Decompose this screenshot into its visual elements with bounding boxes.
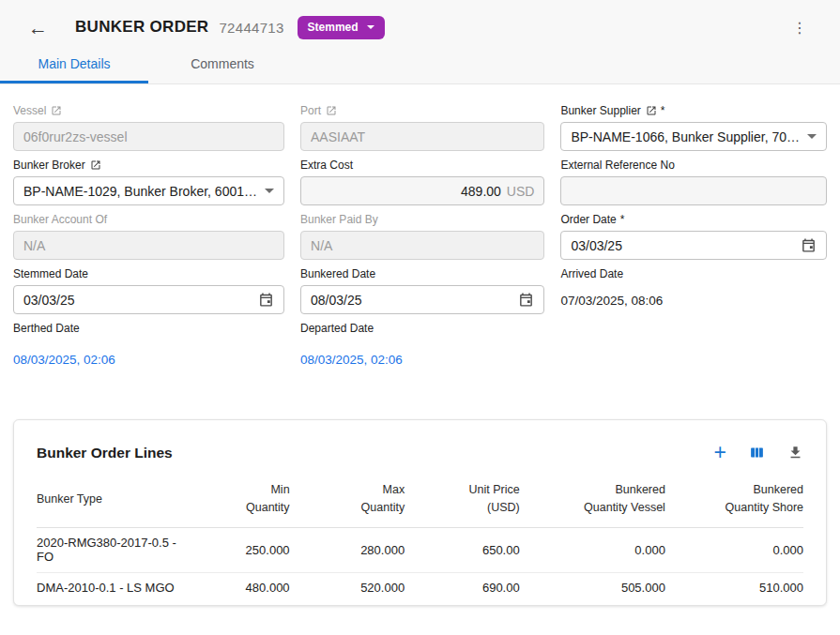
external-reference-input-value[interactable] — [571, 184, 817, 199]
extra-cost-label: Extra Cost — [300, 159, 353, 172]
tab-bar: Main Details Comments — [0, 46, 840, 83]
bunker-paid-by-label: Bunker Paid By — [300, 213, 378, 226]
bunker-broker-field: Bunker Broker BP-NAME-1029, Bunker Broke… — [13, 159, 284, 205]
extra-cost-input: USD — [300, 176, 544, 205]
chevron-down-icon — [367, 25, 374, 29]
external-link-icon[interactable] — [326, 105, 337, 116]
vessel-field: Vessel — [13, 104, 284, 151]
external-reference-input — [560, 176, 827, 205]
stemmed-date-label: Stemmed Date — [13, 267, 88, 280]
arrived-date-field: Arrived Date 07/03/2025, 08:06 — [560, 267, 827, 314]
stemmed-date-input — [13, 285, 284, 314]
extra-cost-field: Extra Cost USD — [300, 159, 544, 205]
dropdown-caret-icon — [807, 134, 817, 139]
departed-date-field: Departed Date 08/03/2025, 02:06 — [300, 322, 544, 369]
vessel-input — [13, 122, 284, 151]
extra-cost-input-value[interactable] — [311, 184, 501, 199]
port-input-value — [311, 129, 534, 144]
berthed-date-label: Berthed Date — [13, 322, 80, 335]
departed-date-label: Departed Date — [300, 322, 374, 335]
order-lines-table: Bunker Type MinQuantity MaxQuantity Unit… — [37, 475, 803, 603]
cell-min-quantity: 480.000 — [190, 573, 289, 604]
bunker-account-of-input — [13, 231, 284, 260]
bunker-paid-by-field: Bunker Paid By — [300, 213, 544, 260]
port-field: Port — [300, 104, 544, 151]
bunker-supplier-value: BP-NAME-1066, Bunker Supplier, 70… — [571, 129, 800, 144]
external-reference-field: External Reference No — [560, 159, 827, 205]
cell-bunkered-qty-shore: 510.000 — [665, 573, 803, 604]
bunker-supplier-label: Bunker Supplier — [560, 104, 640, 117]
bunkered-date-input-value[interactable] — [311, 293, 518, 308]
departed-date-link[interactable]: 08/03/2025, 02:06 — [300, 340, 544, 367]
cell-bunkered-qty-vessel: 505.000 — [520, 573, 665, 604]
bunkered-date-label: Bunkered Date — [300, 267, 375, 280]
arrived-date-value: 07/03/2025, 08:06 — [560, 285, 827, 308]
arrived-date-label: Arrived Date — [560, 267, 623, 280]
table-row[interactable]: DMA-2010-0.1 - LS MGO 480.000 520.000 69… — [37, 573, 803, 604]
col-min-quantity: MinQuantity — [190, 475, 289, 528]
back-arrow-icon[interactable]: ← — [28, 18, 53, 38]
card-title: Bunker Order Lines — [37, 445, 173, 461]
calendar-icon[interactable] — [801, 237, 817, 253]
currency-suffix: USD — [507, 184, 535, 199]
bunker-account-of-field: Bunker Account Of — [13, 213, 284, 260]
col-bunker-type: Bunker Type — [37, 475, 190, 528]
view-columns-icon[interactable] — [749, 445, 765, 461]
download-icon[interactable] — [787, 445, 803, 461]
cell-bunker-type: DMA-2010-0.1 - LS MGO — [37, 573, 190, 604]
tab-comments[interactable]: Comments — [148, 46, 297, 83]
order-date-label: Order Date — [560, 213, 616, 226]
table-row[interactable]: 2020-RMG380-2017-0.5 - FO 250.000 280.00… — [37, 528, 803, 573]
external-link-icon[interactable] — [51, 105, 62, 116]
calendar-icon[interactable] — [518, 292, 534, 308]
kebab-menu-icon[interactable]: ⋮ — [788, 17, 812, 38]
bunker-account-of-label: Bunker Account Of — [13, 213, 107, 226]
bunker-order-lines-card: Bunker Order Lines + Bunker Type MinQuan… — [13, 419, 827, 606]
add-line-icon[interactable]: + — [714, 442, 726, 463]
bunker-paid-by-input — [300, 231, 544, 260]
cell-max-quantity: 280.000 — [290, 528, 405, 573]
order-date-input — [560, 231, 827, 260]
calendar-icon[interactable] — [258, 292, 274, 308]
main-details-form: Vessel Port Bunker Supplier * BP-NAME-10… — [0, 84, 840, 376]
bunker-broker-select[interactable]: BP-NAME-1029, Bunker Broker, 6001… — [13, 176, 284, 205]
order-date-field: Order Date * — [560, 213, 827, 260]
bunker-supplier-field: Bunker Supplier * BP-NAME-1066, Bunker S… — [560, 104, 827, 151]
cell-bunker-type: 2020-RMG380-2017-0.5 - FO — [37, 528, 190, 573]
stemmed-date-input-value[interactable] — [23, 293, 258, 308]
vessel-label: Vessel — [13, 104, 46, 117]
card-toolbar: + — [714, 442, 803, 463]
stemmed-date-field: Stemmed Date — [13, 267, 284, 314]
order-date-input-value[interactable] — [571, 238, 801, 253]
cell-max-quantity: 520.000 — [290, 573, 405, 604]
cell-min-quantity: 250.000 — [190, 528, 289, 573]
col-bunkered-qty-shore: BunkeredQuantity Shore — [665, 475, 803, 528]
col-bunkered-qty-vessel: BunkeredQuantity Vessel — [520, 475, 665, 528]
page-header: ← BUNKER ORDER 72444713 Stemmed ⋮ Main D… — [0, 0, 840, 84]
required-asterisk: * — [661, 104, 665, 117]
page-title: BUNKER ORDER — [75, 18, 208, 37]
berthed-date-field: Berthed Date 08/03/2025, 02:06 — [13, 322, 284, 369]
berthed-date-link[interactable]: 08/03/2025, 02:06 — [13, 340, 284, 367]
col-unit-price: Unit Price(USD) — [405, 475, 520, 528]
bunkered-date-field: Bunkered Date — [300, 267, 544, 314]
cell-bunkered-qty-vessel: 0.000 — [520, 528, 665, 573]
required-asterisk: * — [620, 213, 625, 226]
bunkered-date-input — [300, 285, 544, 314]
cell-unit-price: 690.00 — [405, 573, 520, 604]
dropdown-caret-icon — [265, 189, 274, 193]
bunker-broker-label: Bunker Broker — [13, 159, 85, 172]
vessel-input-value — [23, 129, 274, 144]
tab-main-details[interactable]: Main Details — [0, 46, 148, 83]
status-badge[interactable]: Stemmed — [298, 16, 385, 39]
cell-unit-price: 650.00 — [405, 528, 520, 573]
bunker-broker-value: BP-NAME-1029, Bunker Broker, 6001… — [23, 184, 257, 199]
bunker-paid-by-value — [311, 238, 534, 253]
status-badge-label: Stemmed — [308, 21, 359, 34]
external-reference-label: External Reference No — [560, 159, 674, 172]
col-max-quantity: MaxQuantity — [290, 475, 405, 528]
bunker-supplier-select[interactable]: BP-NAME-1066, Bunker Supplier, 70… — [560, 122, 827, 151]
external-link-icon[interactable] — [646, 105, 657, 116]
external-link-icon[interactable] — [90, 159, 101, 171]
port-label: Port — [300, 104, 321, 117]
